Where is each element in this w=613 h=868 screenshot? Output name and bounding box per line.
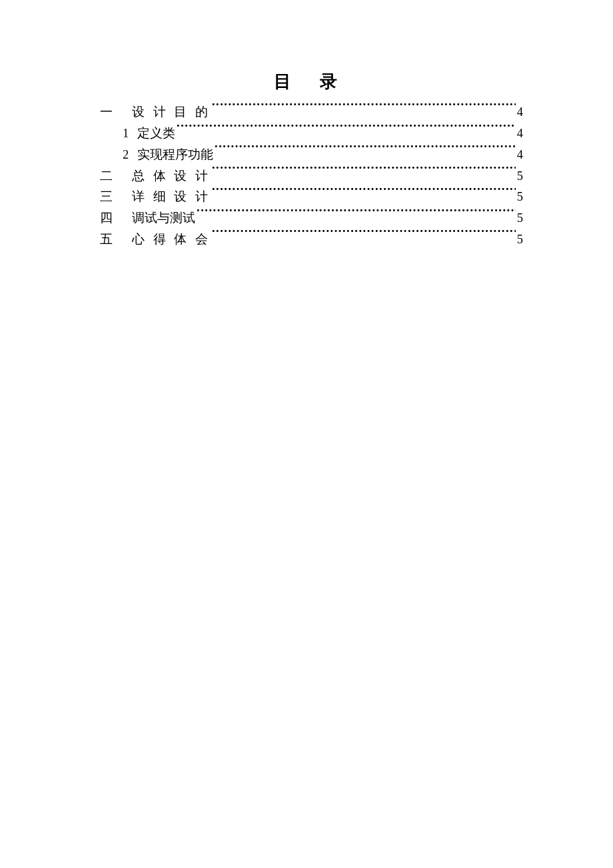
toc-leader-dots [177,123,516,137]
toc-entry: 二总 体 设 计5 [100,165,523,186]
toc-title: 目 录 [100,70,523,93]
document-page: 目 录 一设 计 目 的41定义类42实现程序功能4二总 体 设 计5三详 细 … [0,0,613,249]
toc-entry-label: 设 计 目 的 [132,103,211,123]
toc-entry: 五心 得 体 会5 [100,229,523,250]
toc-entry: 2实现程序功能4 [100,144,523,165]
toc-entry-page: 5 [517,230,523,250]
toc-entry: 三详 细 设 计5 [100,186,523,207]
toc-entry-label: 总 体 设 计 [132,167,211,187]
toc-leader-dots [197,207,516,222]
toc-entry-label: 详 细 设 计 [132,187,211,207]
toc-entry-page: 4 [517,124,523,144]
toc-entry-number: 1 [123,124,137,144]
toc-entry-label: 心 得 体 会 [132,230,211,250]
toc-entry-page: 5 [517,187,523,207]
toc-list: 一设 计 目 的41定义类42实现程序功能4二总 体 设 计5三详 细 设 计5… [100,101,523,249]
toc-entry-number: 三 [100,187,132,207]
toc-entry-label: 调试与测试 [132,209,195,229]
toc-entry-number: 五 [100,230,132,250]
toc-entry-page: 4 [517,103,523,123]
toc-leader-dots [212,229,516,243]
toc-entry: 一设 计 目 的4 [100,101,523,123]
toc-leader-dots [212,101,516,116]
toc-leader-dots [212,186,516,201]
toc-leader-dots [212,165,516,179]
toc-entry-label: 定义类 [137,124,175,144]
toc-entry: 1定义类4 [100,123,523,144]
toc-leader-dots [215,144,516,159]
toc-entry-page: 5 [517,167,523,187]
toc-entry: 四调试与测试5 [100,207,523,229]
toc-entry-page: 5 [517,209,523,229]
toc-entry-page: 4 [517,145,523,165]
toc-entry-number: 2 [123,145,137,165]
toc-entry-number: 四 [100,209,132,229]
toc-entry-label: 实现程序功能 [137,145,213,165]
toc-entry-number: 一 [100,103,132,123]
toc-entry-number: 二 [100,167,132,187]
